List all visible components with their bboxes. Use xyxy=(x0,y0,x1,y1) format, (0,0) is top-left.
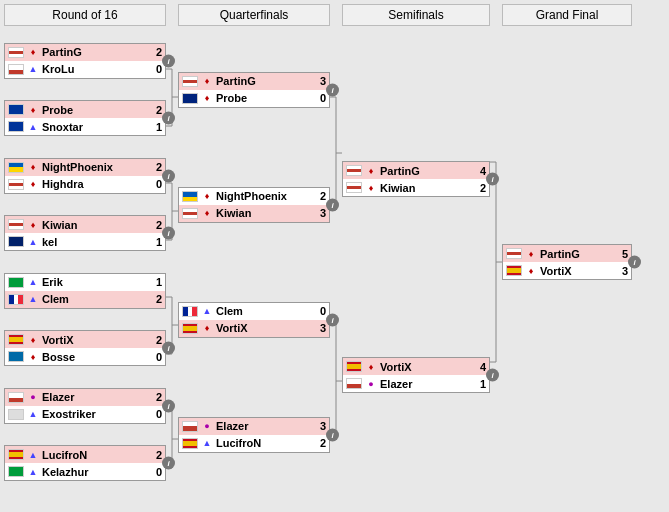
qf-m3-p2: ♦ VortiX 3 xyxy=(179,320,329,337)
info-button[interactable]: i xyxy=(326,428,339,441)
ro16-match-4: ♦ Kiwian 2 ▲ kel 1 i xyxy=(4,215,166,251)
sf-column: ♦ PartinG 4 ♦ Kiwian 2 i xyxy=(342,32,490,492)
race-icon: ♦ xyxy=(26,45,40,59)
qf-match-1: ♦ PartinG 3 ♦ Probe 0 i xyxy=(178,72,330,108)
ro16-column: ♦ PartinG 2 ▲ KroLu 0 i xyxy=(4,32,166,492)
race-icon: ♦ xyxy=(26,177,40,191)
qf-m3-p1: ▲ Clem 0 xyxy=(179,303,329,320)
flag-kr xyxy=(506,248,522,259)
flag-kr xyxy=(8,179,24,190)
race-icon: ▲ xyxy=(26,448,40,462)
race-icon: ♦ xyxy=(200,74,214,88)
ro16-m5-p1: ▲ Erik 1 xyxy=(5,274,165,291)
flag-es xyxy=(182,323,198,334)
info-button[interactable]: i xyxy=(162,342,175,355)
ro16-m5-p2: ▲ Clem 2 xyxy=(5,291,165,308)
qf-sf-lines xyxy=(330,32,342,492)
race-icon: ♦ xyxy=(364,164,378,178)
info-button[interactable]: i xyxy=(162,227,175,240)
race-icon: ♦ xyxy=(364,181,378,195)
race-icon: ♦ xyxy=(200,91,214,105)
ro16-m7-p1: ● Elazer 2 xyxy=(5,389,165,406)
qf-m2-p1: ♦ NightPhoenix 2 xyxy=(179,188,329,205)
flag-pl xyxy=(8,392,24,403)
sf-m1-p1: ♦ PartinG 4 xyxy=(343,162,489,179)
info-button[interactable]: i xyxy=(162,54,175,67)
flag-kr xyxy=(346,182,362,193)
flag-kr xyxy=(8,47,24,58)
ro16-match-3: ♦ NightPhoenix 2 ♦ Highdra 0 i xyxy=(4,158,166,194)
ro16-m4-p2: ▲ kel 1 xyxy=(5,233,165,250)
flag-es xyxy=(182,438,198,449)
flag-blank xyxy=(8,409,24,420)
flag-kr xyxy=(182,208,198,219)
ro16-match-2: ♦ Probe 2 ▲ Snoxtar 1 i xyxy=(4,100,166,136)
qf-m1-p2: ♦ Probe 0 xyxy=(179,90,329,107)
flag-kr xyxy=(346,165,362,176)
flag-pl xyxy=(182,421,198,432)
race-icon: ▲ xyxy=(26,292,40,306)
ro16-match-7: ● Elazer 2 ▲ Exostriker 0 i xyxy=(4,388,166,424)
flag-es xyxy=(346,361,362,372)
ro16-m2-p1: ♦ Probe 2 xyxy=(5,101,165,118)
info-button[interactable]: i xyxy=(162,399,175,412)
qf-match-2: ♦ NightPhoenix 2 ♦ Kiwian 3 i xyxy=(178,187,330,223)
sf-m1-p2: ♦ Kiwian 2 xyxy=(343,179,489,196)
flag-eu xyxy=(8,104,24,115)
qf-header: Quarterfinals xyxy=(178,4,330,28)
flag-nz xyxy=(182,93,198,104)
flag-es xyxy=(8,449,24,460)
race-icon: ♦ xyxy=(26,218,40,232)
info-button[interactable]: i xyxy=(326,83,339,96)
qf-m2-p2: ♦ Kiwian 3 xyxy=(179,205,329,222)
race-icon: ▲ xyxy=(26,407,40,421)
sf-gf-lines xyxy=(490,32,502,492)
gf-p2: ♦ VortiX 3 xyxy=(503,262,631,279)
qf-m1-p1: ♦ PartinG 3 xyxy=(179,73,329,90)
flag-fr xyxy=(182,306,198,317)
ro16-m1-p2: ▲ KroLu 0 xyxy=(5,61,165,78)
race-icon: ● xyxy=(200,419,214,433)
race-icon: ▲ xyxy=(26,62,40,76)
flag-ua xyxy=(182,191,198,202)
qf-match-4: ● Elazer 3 ▲ LucifroN 2 i xyxy=(178,417,330,453)
sf-match-2: ♦ VortiX 4 ● Elazer 1 i xyxy=(342,357,490,393)
info-button[interactable]: i xyxy=(162,169,175,182)
race-icon: ♦ xyxy=(26,103,40,117)
info-button[interactable]: i xyxy=(326,198,339,211)
race-icon: ▲ xyxy=(200,436,214,450)
ro16-match-1: ♦ PartinG 2 ▲ KroLu 0 i xyxy=(4,43,166,79)
sf-match-1: ♦ PartinG 4 ♦ Kiwian 2 i xyxy=(342,161,490,197)
ro16-match-6: ♦ VortiX 2 ♦ Bosse 0 i xyxy=(4,330,166,366)
gf-p1: ♦ PartinG 5 xyxy=(503,245,631,262)
flag-eu xyxy=(8,121,24,132)
gf-match: ♦ PartinG 5 ♦ VortiX 3 i xyxy=(502,244,632,280)
info-button[interactable]: i xyxy=(162,112,175,125)
race-icon: ♦ xyxy=(364,360,378,374)
gf-header: Grand Final xyxy=(502,4,632,28)
race-icon: ▲ xyxy=(26,235,40,249)
race-icon: ♦ xyxy=(26,350,40,364)
race-icon: ● xyxy=(364,377,378,391)
info-button[interactable]: i xyxy=(628,256,641,269)
ro16-m8-p2: ▲ Kelazhur 0 xyxy=(5,463,165,480)
ro16-m6-p2: ♦ Bosse 0 xyxy=(5,348,165,365)
ro16-match-8: ▲ LucifroN 2 ▲ Kelazhur 0 i xyxy=(4,445,166,481)
flag-br xyxy=(8,277,24,288)
ro16-header: Round of 16 xyxy=(4,4,166,28)
flag-kr xyxy=(182,76,198,87)
info-button[interactable]: i xyxy=(326,313,339,326)
info-button[interactable]: i xyxy=(486,369,499,382)
qf-match-3: ▲ Clem 0 ♦ VortiX 3 i xyxy=(178,302,330,338)
flag-gb xyxy=(8,236,24,247)
ro16-m1-p1: ♦ PartinG 2 xyxy=(5,44,165,61)
ro16-m3-p1: ♦ NightPhoenix 2 xyxy=(5,159,165,176)
info-button[interactable]: i xyxy=(162,457,175,470)
flag-es xyxy=(8,334,24,345)
qf-column: ♦ PartinG 3 ♦ Probe 0 i xyxy=(178,32,330,492)
race-icon: ♦ xyxy=(524,264,538,278)
sf-m2-p1: ♦ VortiX 4 xyxy=(343,358,489,375)
race-icon: ♦ xyxy=(26,333,40,347)
info-button[interactable]: i xyxy=(486,173,499,186)
flag-kr xyxy=(8,219,24,230)
